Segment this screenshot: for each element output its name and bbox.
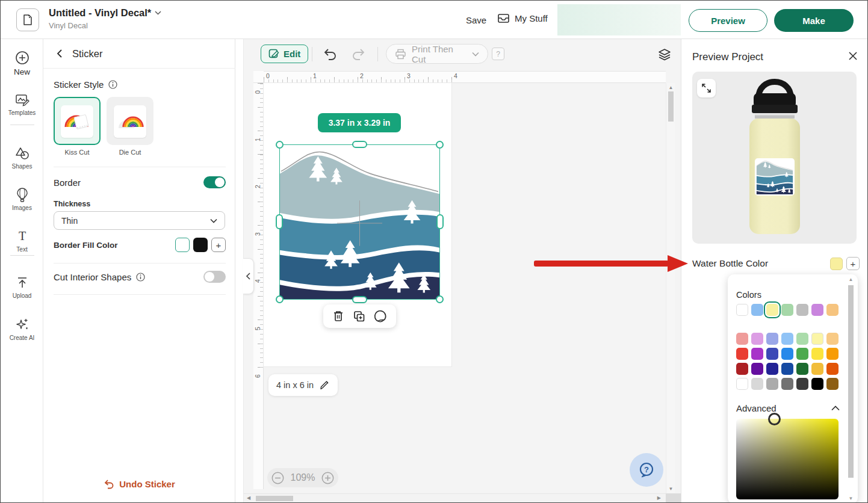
sidebar-item-templates[interactable]: Templates <box>1 92 43 116</box>
print-then-cut-dropdown[interactable]: Print Then Cut <box>386 44 488 64</box>
color-swatch[interactable] <box>766 378 778 390</box>
color-swatch[interactable] <box>826 378 839 390</box>
color-swatch[interactable] <box>751 348 763 360</box>
preview-button[interactable]: Preview <box>689 9 767 32</box>
border-color-white-swatch[interactable] <box>175 238 190 252</box>
scrollbar-thumb[interactable] <box>848 285 854 478</box>
color-swatch[interactable] <box>811 363 823 375</box>
help-tooltip-button[interactable]: ? <box>492 48 504 60</box>
color-swatch[interactable] <box>781 304 793 316</box>
color-swatch[interactable] <box>736 348 748 360</box>
color-swatch[interactable] <box>766 333 778 345</box>
close-icon[interactable] <box>848 51 858 61</box>
color-swatch[interactable] <box>826 333 839 345</box>
popup-scrollbar[interactable]: ▲ ▼ <box>847 277 855 501</box>
color-swatch[interactable] <box>811 348 823 360</box>
color-swatch[interactable] <box>751 363 763 375</box>
edit-button[interactable]: Edit <box>261 45 308 63</box>
canvas-horizontal-scrollbar[interactable]: ◀ ▶ <box>244 493 666 503</box>
duplicate-icon[interactable] <box>353 310 365 322</box>
sidebar-item-images[interactable]: Images <box>1 187 43 211</box>
scroll-down-arrow[interactable]: ▼ <box>666 486 675 492</box>
resize-handle-se[interactable] <box>436 295 444 303</box>
color-swatch[interactable] <box>781 363 793 375</box>
resize-handle-w[interactable] <box>276 214 283 229</box>
color-swatch[interactable] <box>736 333 748 345</box>
color-swatch[interactable] <box>751 333 763 345</box>
undo-button[interactable] <box>323 48 338 61</box>
add-border-color-button[interactable]: + <box>211 238 226 252</box>
back-chevron-icon[interactable] <box>55 49 65 58</box>
scroll-up-arrow[interactable]: ▲ <box>666 85 675 90</box>
color-swatch[interactable] <box>751 378 763 390</box>
scroll-up-arrow[interactable]: ▲ <box>847 277 855 282</box>
color-swatch[interactable] <box>796 348 808 360</box>
scrollbar-thumb[interactable] <box>256 496 293 501</box>
color-swatch[interactable] <box>751 304 763 316</box>
color-swatch[interactable] <box>781 378 793 390</box>
color-swatch[interactable] <box>796 333 808 345</box>
selected-bottle-color-swatch[interactable] <box>830 258 843 270</box>
zoom-in-button[interactable] <box>321 472 334 484</box>
color-swatch[interactable] <box>781 333 793 345</box>
scrollbar-thumb[interactable] <box>668 91 674 122</box>
resize-handle-n[interactable] <box>352 141 367 148</box>
sticker-artwork[interactable] <box>280 145 439 299</box>
sidebar-item-new[interactable]: New <box>1 50 43 76</box>
sidebar-item-create-ai[interactable]: Create AI <box>1 317 43 341</box>
sidebar-item-upload[interactable]: Upload <box>1 275 43 299</box>
advanced-color-gradient[interactable] <box>736 419 839 499</box>
color-swatch[interactable] <box>811 333 823 345</box>
expand-preview-button[interactable] <box>697 79 716 97</box>
cut-interior-toggle[interactable] <box>203 271 226 283</box>
color-swatch[interactable] <box>796 304 808 316</box>
scroll-left-arrow[interactable]: ◀ <box>247 495 250 501</box>
redo-button[interactable] <box>351 48 365 61</box>
add-color-button[interactable]: + <box>846 257 860 270</box>
undo-sticker-button[interactable]: Undo Sticker <box>43 478 235 489</box>
color-swatch[interactable] <box>826 348 839 360</box>
resize-handle-e[interactable] <box>436 214 444 229</box>
artboard-size-control[interactable]: 4 in x 6 in <box>268 374 338 396</box>
resize-handle-nw[interactable] <box>276 141 284 149</box>
color-swatch[interactable] <box>811 304 823 316</box>
canvas-vertical-scrollbar[interactable]: ▲ ▼ <box>666 83 675 493</box>
sticker-selection[interactable] <box>279 144 440 300</box>
border-toggle[interactable] <box>203 176 226 188</box>
color-swatch[interactable] <box>736 363 748 375</box>
help-button[interactable]: ? <box>630 453 663 487</box>
save-button[interactable]: Save <box>466 15 486 25</box>
pencil-icon[interactable] <box>320 380 330 390</box>
gradient-cursor[interactable] <box>768 413 781 425</box>
sticker-style-kiss-cut[interactable] <box>54 97 101 145</box>
info-icon[interactable] <box>108 80 117 89</box>
scroll-down-arrow[interactable]: ▼ <box>847 496 855 501</box>
color-swatch[interactable] <box>796 363 808 375</box>
my-stuff-button[interactable]: My Stuff <box>497 13 548 23</box>
color-swatch[interactable] <box>826 363 839 375</box>
layers-icon[interactable] <box>658 48 671 61</box>
scroll-right-arrow[interactable]: ▶ <box>657 495 661 501</box>
color-swatch[interactable] <box>736 304 748 316</box>
zoom-out-button[interactable] <box>271 472 284 484</box>
color-swatch[interactable] <box>766 304 778 316</box>
project-document-button[interactable] <box>16 8 39 31</box>
sidebar-item-text[interactable]: T Text <box>1 229 43 253</box>
color-swatch[interactable] <box>736 378 748 390</box>
color-swatch[interactable] <box>766 348 778 360</box>
resize-handle-ne[interactable] <box>436 141 444 149</box>
color-swatch[interactable] <box>811 378 823 390</box>
color-swatch[interactable] <box>826 304 839 316</box>
color-swatch[interactable] <box>766 363 778 375</box>
make-button[interactable]: Make <box>774 9 854 32</box>
resize-handle-sw[interactable] <box>276 295 284 303</box>
color-swatch[interactable] <box>796 378 808 390</box>
resize-handle-s[interactable] <box>352 296 367 303</box>
border-color-black-swatch[interactable] <box>193 238 208 252</box>
delete-icon[interactable] <box>332 310 344 322</box>
sticker-style-die-cut[interactable] <box>107 97 153 145</box>
sidebar-item-shapes[interactable]: Shapes <box>1 146 43 170</box>
doc-title-row[interactable]: Untitled - Vinyl Decal* <box>49 7 161 19</box>
chevron-up-icon[interactable] <box>831 406 840 411</box>
info-icon[interactable] <box>136 273 145 282</box>
